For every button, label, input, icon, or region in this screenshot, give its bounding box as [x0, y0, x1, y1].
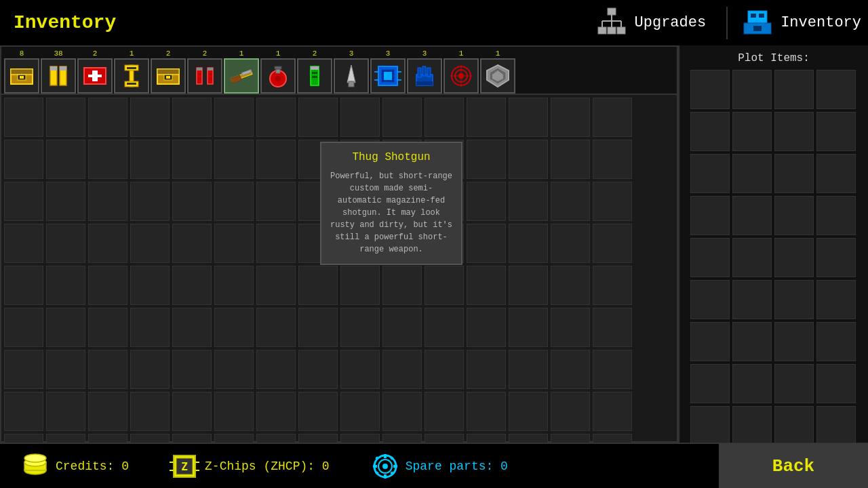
- item-slot-2[interactable]: 2: [77, 49, 113, 94]
- grid-cell[interactable]: [46, 350, 85, 389]
- item-slot-8[interactable]: 2: [297, 49, 332, 94]
- grid-cell[interactable]: [130, 224, 170, 263]
- grid-cell[interactable]: [88, 98, 127, 137]
- grid-cell[interactable]: [4, 308, 43, 347]
- plot-cell[interactable]: [732, 364, 772, 403]
- grid-cell[interactable]: [467, 350, 506, 389]
- grid-cell[interactable]: [214, 308, 254, 347]
- plot-cell[interactable]: [774, 154, 814, 193]
- plot-cell[interactable]: [732, 280, 772, 319]
- plot-cell[interactable]: [816, 238, 856, 277]
- grid-cell[interactable]: [340, 392, 380, 431]
- grid-cell[interactable]: [551, 392, 590, 431]
- grid-cell[interactable]: [214, 392, 254, 431]
- grid-cell[interactable]: [382, 392, 422, 431]
- plot-cell[interactable]: [774, 196, 814, 235]
- grid-cell[interactable]: [256, 392, 296, 431]
- plot-cell[interactable]: [690, 406, 730, 445]
- grid-cell[interactable]: [509, 182, 548, 221]
- grid-cell[interactable]: [214, 224, 254, 263]
- grid-cell[interactable]: [4, 266, 43, 305]
- grid-cell[interactable]: [88, 224, 127, 263]
- plot-cell[interactable]: [690, 280, 730, 319]
- grid-cell[interactable]: [298, 350, 338, 389]
- item-slot-0[interactable]: 8: [4, 49, 39, 94]
- plot-cell[interactable]: [690, 154, 730, 193]
- plot-cell[interactable]: [732, 238, 772, 277]
- grid-cell[interactable]: [593, 350, 632, 389]
- grid-cell[interactable]: [509, 308, 548, 347]
- upgrades-section[interactable]: Upgrades: [595, 7, 727, 39]
- grid-cell[interactable]: [256, 98, 296, 137]
- grid-cell[interactable]: [425, 392, 464, 431]
- plot-cell[interactable]: [774, 322, 814, 361]
- grid-cell[interactable]: [467, 224, 506, 263]
- grid-cell[interactable]: [130, 140, 170, 179]
- inventory-right-section[interactable]: Inventory: [726, 7, 868, 39]
- grid-cell[interactable]: [509, 392, 548, 431]
- grid-cell[interactable]: [172, 266, 212, 305]
- back-button[interactable]: Back: [719, 443, 868, 488]
- plot-cell[interactable]: [690, 364, 730, 403]
- plot-cell[interactable]: [732, 406, 772, 445]
- item-slot-9[interactable]: 3: [334, 49, 369, 94]
- grid-cell[interactable]: [256, 308, 296, 347]
- grid-cell[interactable]: [382, 266, 422, 305]
- grid-cell[interactable]: [172, 392, 212, 431]
- grid-cell[interactable]: [256, 266, 296, 305]
- grid-cell[interactable]: [88, 140, 127, 179]
- grid-cell[interactable]: [298, 266, 338, 305]
- item-slot-5[interactable]: 2: [187, 49, 222, 94]
- plot-cell[interactable]: [690, 196, 730, 235]
- plot-cell[interactable]: [774, 238, 814, 277]
- plot-cell[interactable]: [690, 112, 730, 151]
- plot-cell[interactable]: [774, 70, 814, 109]
- grid-cell[interactable]: [467, 266, 506, 305]
- grid-cell[interactable]: [298, 392, 338, 431]
- plot-cell[interactable]: [816, 154, 856, 193]
- item-slot-7[interactable]: 1: [260, 49, 296, 94]
- plot-cell[interactable]: [774, 406, 814, 445]
- grid-cell[interactable]: [256, 140, 296, 179]
- grid-cell[interactable]: [551, 350, 590, 389]
- grid-cell[interactable]: [88, 392, 127, 431]
- grid-cell[interactable]: [509, 266, 548, 305]
- plot-cell[interactable]: [816, 70, 856, 109]
- grid-cell[interactable]: [298, 308, 338, 347]
- item-slot-10[interactable]: 3: [370, 49, 406, 94]
- plot-cell[interactable]: [732, 196, 772, 235]
- grid-cell[interactable]: [298, 98, 338, 137]
- grid-cell[interactable]: [88, 350, 127, 389]
- plot-cell[interactable]: [690, 238, 730, 277]
- plot-cell[interactable]: [816, 364, 856, 403]
- grid-cell[interactable]: [340, 350, 380, 389]
- plot-cell[interactable]: [816, 112, 856, 151]
- grid-cell[interactable]: [551, 266, 590, 305]
- grid-cell[interactable]: [4, 98, 43, 137]
- grid-cell[interactable]: [509, 224, 548, 263]
- grid-cell[interactable]: [467, 140, 506, 179]
- plot-cell[interactable]: [774, 280, 814, 319]
- item-slot-4[interactable]: 2: [151, 49, 186, 94]
- grid-cell[interactable]: [593, 182, 632, 221]
- grid-cell[interactable]: [46, 308, 85, 347]
- grid-cell[interactable]: [130, 308, 170, 347]
- grid-cell[interactable]: [214, 140, 254, 179]
- grid-cell[interactable]: [46, 392, 85, 431]
- grid-cell[interactable]: [214, 98, 254, 137]
- grid-cell[interactable]: [172, 140, 212, 179]
- grid-cell[interactable]: [425, 350, 464, 389]
- plot-cell[interactable]: [816, 322, 856, 361]
- plot-cell[interactable]: [690, 70, 730, 109]
- item-slot-11[interactable]: 3: [407, 49, 442, 94]
- grid-cell[interactable]: [130, 266, 170, 305]
- item-slot-6[interactable]: 1: [224, 49, 259, 94]
- grid-cell[interactable]: [46, 140, 85, 179]
- grid-cell[interactable]: [382, 308, 422, 347]
- plot-cell[interactable]: [690, 322, 730, 361]
- grid-cell[interactable]: [172, 182, 212, 221]
- grid-cell[interactable]: [214, 350, 254, 389]
- grid-cell[interactable]: [46, 182, 85, 221]
- grid-cell[interactable]: [467, 308, 506, 347]
- grid-cell[interactable]: [256, 224, 296, 263]
